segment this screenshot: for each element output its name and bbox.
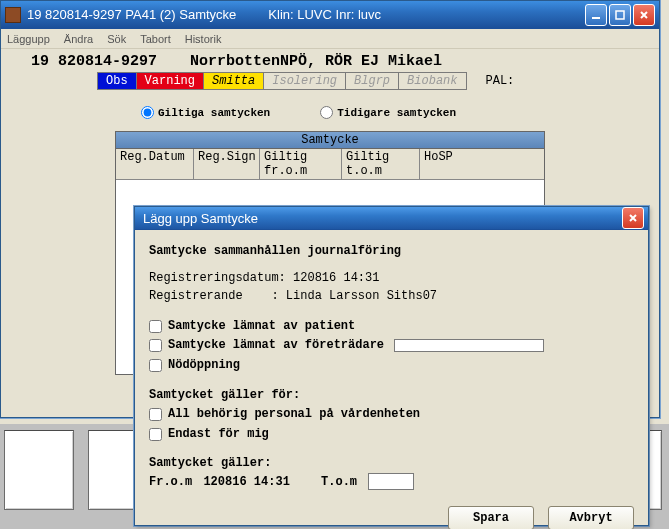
chk-emerg-label: Nödöppning	[168, 356, 240, 375]
chk-row-proxy: Samtycke lämnat av företrädare	[149, 336, 634, 355]
main-titlebar: 19 820814-9297 PA41 (2) Samtycke Klin: L…	[1, 1, 659, 29]
patient-name: NorrbottenNPÖ, RÖR EJ Mikael	[190, 53, 442, 70]
chk-emerg[interactable]	[149, 359, 162, 372]
menu-andra[interactable]: Ändra	[64, 33, 93, 45]
to-input[interactable]	[368, 473, 414, 490]
radio-prev-input[interactable]	[320, 106, 333, 119]
status-smitta[interactable]: Smitta	[203, 72, 264, 90]
chk-allstaff[interactable]	[149, 408, 162, 421]
chk-patient[interactable]	[149, 320, 162, 333]
from-label: Fr.o.m	[149, 475, 192, 489]
patient-info-row: 19 820814-9297 NorrbottenNPÖ, RÖR EJ Mik…	[1, 49, 659, 72]
chk-allstaff-label: All behörig personal på vårdenheten	[168, 405, 420, 424]
dialog-body: Samtycke sammanhållen journalföring Regi…	[135, 230, 648, 500]
applies-to-label: Samtycket gäller för:	[149, 386, 634, 405]
col-regdatum[interactable]: Reg.Datum	[116, 149, 194, 179]
chk-row-patient: Samtycke lämnat av patient	[149, 317, 634, 336]
chk-patient-label: Samtycke lämnat av patient	[168, 317, 355, 336]
validity-row: Fr.o.m 120816 14:31 T.o.m	[149, 473, 634, 492]
col-giltigtom[interactable]: Giltig t.o.m	[342, 149, 420, 179]
validity-label: Samtycket gäller:	[149, 454, 634, 473]
reg-by-label: Registrerande :	[149, 289, 279, 303]
menu-historik[interactable]: Historik	[185, 33, 222, 45]
to-label: T.o.m	[321, 475, 357, 489]
patient-number: 19 820814-9297	[31, 53, 181, 70]
save-button[interactable]: Spara	[448, 506, 534, 529]
menu-sok[interactable]: Sök	[107, 33, 126, 45]
svg-rect-0	[592, 17, 600, 19]
chk-proxy-label: Samtycke lämnat av företrädare	[168, 336, 384, 355]
radio-valid-input[interactable]	[141, 106, 154, 119]
radio-prev[interactable]: Tidigare samtycken	[320, 106, 456, 119]
status-biobank[interactable]: Biobank	[398, 72, 466, 90]
col-regsign[interactable]: Reg.Sign	[194, 149, 260, 179]
chk-onlyme[interactable]	[149, 428, 162, 441]
pal-label: PAL:	[486, 74, 515, 88]
app-icon	[5, 7, 21, 23]
dialog-titlebar: Lägg upp Samtycke	[135, 207, 648, 230]
chk-row-allstaff: All behörig personal på vårdenheten	[149, 405, 634, 424]
dialog-title: Lägg upp Samtycke	[139, 211, 622, 226]
close-button[interactable]	[633, 4, 655, 26]
status-isolering[interactable]: Isolering	[263, 72, 346, 90]
chk-onlyme-label: Endast för mig	[168, 425, 269, 444]
maximize-button[interactable]	[609, 4, 631, 26]
menubar: Läggupp Ändra Sök Tabort Historik	[1, 29, 659, 49]
col-hosp[interactable]: HoSP	[420, 149, 544, 179]
dialog-close-button[interactable]	[622, 207, 644, 229]
col-giltigfrom[interactable]: Giltig fr.o.m	[260, 149, 342, 179]
menu-laggupp[interactable]: Läggupp	[7, 33, 50, 45]
proxy-name-input[interactable]	[394, 339, 544, 352]
samtycke-panel-title: Samtycke	[116, 132, 544, 149]
dialog-heading: Samtycke sammanhållen journalföring	[149, 242, 634, 261]
reg-date-value: 120816 14:31	[293, 271, 379, 285]
cancel-button[interactable]: Avbryt	[548, 506, 634, 529]
main-title-right: Klin: LUVC Inr: luvc	[268, 7, 585, 22]
radio-valid-label: Giltiga samtycken	[158, 107, 270, 119]
reg-by-row: Registrerande : Linda Larsson Siths07	[149, 287, 634, 306]
reg-by-value: Linda Larsson Siths07	[286, 289, 437, 303]
menu-tabort[interactable]: Tabort	[140, 33, 171, 45]
reg-date-row: Registreringsdatum: 120816 14:31	[149, 269, 634, 288]
status-blgrp[interactable]: Blgrp	[345, 72, 399, 90]
samtycke-column-headers: Reg.Datum Reg.Sign Giltig fr.o.m Giltig …	[116, 149, 544, 180]
radio-prev-label: Tidigare samtycken	[337, 107, 456, 119]
main-title-left: 19 820814-9297 PA41 (2) Samtycke	[27, 7, 236, 22]
reg-date-label: Registreringsdatum:	[149, 271, 286, 285]
dialog-button-row: Spara Avbryt	[135, 500, 648, 529]
svg-rect-1	[616, 11, 624, 19]
status-row: Obs Varning Smitta Isolering Blgrp Bioba…	[1, 72, 659, 90]
dialog-lagg-upp-samtycke: Lägg upp Samtycke Samtycke sammanhållen …	[134, 206, 649, 526]
status-obs[interactable]: Obs	[97, 72, 137, 90]
footer-slab-1	[4, 430, 74, 510]
chk-row-onlyme: Endast för mig	[149, 425, 634, 444]
chk-proxy[interactable]	[149, 339, 162, 352]
from-value: 120816 14:31	[203, 475, 289, 489]
status-varning[interactable]: Varning	[136, 72, 204, 90]
radio-row: Giltiga samtycken Tidigare samtycken	[1, 90, 659, 127]
radio-valid[interactable]: Giltiga samtycken	[141, 106, 270, 119]
minimize-button[interactable]	[585, 4, 607, 26]
chk-row-emerg: Nödöppning	[149, 356, 634, 375]
